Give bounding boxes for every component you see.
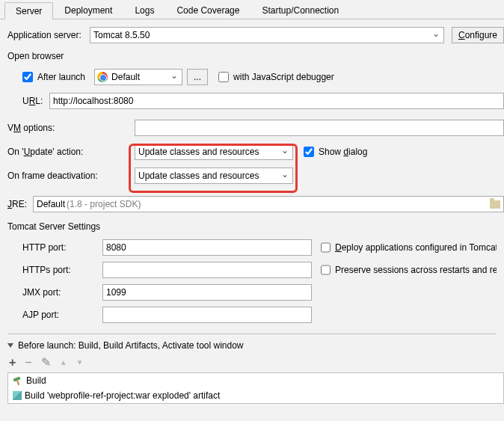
app-server-label: Application server: bbox=[7, 30, 90, 40]
move-down-button: ▼ bbox=[76, 358, 84, 366]
deploy-checkbox[interactable] bbox=[321, 242, 331, 253]
edit-button: ✎ bbox=[41, 355, 51, 369]
vm-options-input[interactable] bbox=[135, 120, 504, 136]
add-button[interactable]: + bbox=[9, 356, 16, 369]
after-launch-checkbox-label[interactable]: After launch bbox=[22, 72, 85, 82]
on-frame-deactivation-select[interactable]: Update classes and resources bbox=[135, 168, 293, 184]
after-launch-checkbox[interactable] bbox=[22, 72, 33, 82]
collapse-icon[interactable] bbox=[7, 343, 13, 348]
tab-server[interactable]: Server bbox=[4, 2, 53, 19]
open-browser-title: Open browser bbox=[7, 51, 497, 61]
jmx-port-input[interactable] bbox=[102, 284, 312, 301]
tomcat-settings-title: Tomcat Server Settings bbox=[7, 221, 497, 232]
before-launch-title: Before launch: Build, Build Artifacts, A… bbox=[18, 340, 244, 351]
show-dialog-checkbox[interactable] bbox=[304, 147, 314, 157]
https-port-label: HTTPs port: bbox=[22, 265, 93, 275]
remove-button: − bbox=[25, 356, 31, 369]
move-up-button: ▲ bbox=[60, 358, 67, 366]
show-dialog-checkbox-label[interactable]: Show dialog bbox=[304, 147, 367, 157]
browser-icon bbox=[97, 72, 108, 82]
ajp-port-label: AJP port: bbox=[22, 310, 93, 320]
on-frame-deactivation-label: On frame deactivation: bbox=[7, 170, 135, 181]
ajp-port-input[interactable] bbox=[102, 307, 312, 323]
http-port-label: HTTP port: bbox=[22, 242, 93, 253]
folder-icon bbox=[490, 200, 500, 209]
jre-combo[interactable]: Default (1.8 - project SDK) bbox=[33, 196, 504, 212]
list-item[interactable]: Build 'webprofile-ref-project:war explod… bbox=[8, 388, 503, 403]
app-server-select[interactable]: Tomcat 8.5.50 bbox=[90, 27, 444, 43]
preserve-checkbox[interactable] bbox=[321, 265, 331, 275]
js-debugger-checkbox-label[interactable]: with JavaScript debugger bbox=[218, 72, 334, 82]
tab-code-coverage[interactable]: Code Coverage bbox=[165, 1, 251, 19]
js-debugger-checkbox[interactable] bbox=[218, 72, 229, 82]
hammer-icon bbox=[13, 375, 23, 386]
artifact-icon bbox=[13, 391, 22, 400]
list-item[interactable]: Build bbox=[8, 373, 503, 388]
on-update-select[interactable]: Update classes and resources bbox=[135, 144, 293, 160]
url-label: URL: bbox=[22, 96, 49, 106]
http-port-input[interactable] bbox=[102, 239, 312, 256]
deploy-checkbox-label[interactable]: Deploy applications configured in Tomcat… bbox=[321, 242, 497, 253]
tab-logs[interactable]: Logs bbox=[123, 1, 165, 19]
jmx-port-label: JMX port: bbox=[22, 287, 93, 298]
tab-deployment[interactable]: Deployment bbox=[53, 1, 123, 19]
https-port-input[interactable] bbox=[102, 262, 312, 278]
url-input[interactable] bbox=[49, 93, 504, 109]
on-update-label: On 'Update' action: bbox=[7, 147, 135, 157]
vm-options-label: VM options: bbox=[7, 123, 135, 133]
preserve-checkbox-label[interactable]: Preserve sessions across restarts and re… bbox=[321, 265, 497, 275]
jre-label: JRE: bbox=[7, 199, 33, 209]
configure-button[interactable]: Configure bbox=[452, 27, 504, 43]
browser-more-button[interactable]: ... bbox=[187, 69, 208, 85]
tab-startup-connection[interactable]: Startup/Connection bbox=[251, 1, 350, 19]
